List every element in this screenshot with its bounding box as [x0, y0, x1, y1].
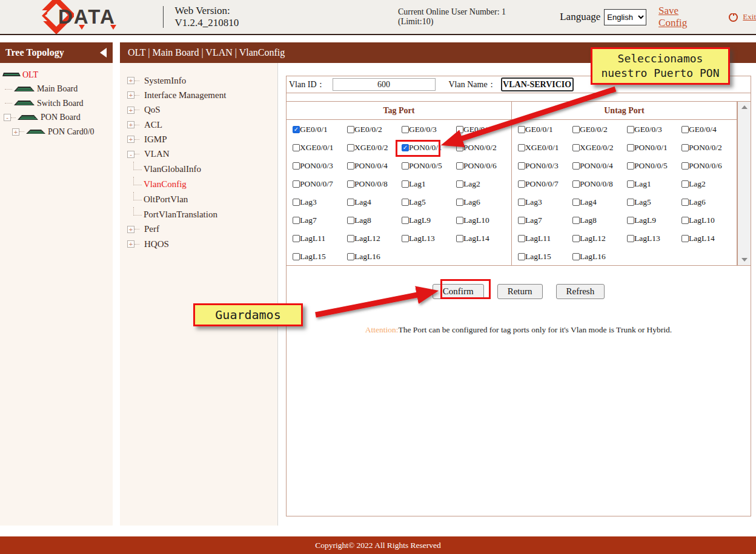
- checkbox-icon[interactable]: [456, 199, 463, 206]
- language-select[interactable]: English: [604, 9, 646, 25]
- tag-port-pon0-0-3[interactable]: PON0/0/3: [293, 161, 347, 171]
- checkbox-icon[interactable]: [456, 126, 463, 133]
- port-table-scrollbar[interactable]: [737, 102, 751, 265]
- untag-port-lag8[interactable]: Lag8: [572, 216, 627, 225]
- refresh-button[interactable]: Refresh: [556, 284, 605, 299]
- checkbox-icon[interactable]: [518, 199, 525, 206]
- tag-port-lagl9[interactable]: LagL9: [402, 216, 456, 225]
- untag-port-lagl9[interactable]: LagL9: [627, 216, 681, 225]
- checkbox-icon[interactable]: [518, 235, 525, 242]
- tag-port-xge0-0-1[interactable]: XGE0/0/1: [293, 143, 347, 153]
- checkbox-icon[interactable]: [627, 162, 634, 170]
- untag-port-lagl14[interactable]: LagL14: [681, 234, 736, 243]
- expand-icon[interactable]: +: [127, 107, 134, 114]
- untag-port-lagl11[interactable]: LagL11: [518, 234, 572, 243]
- untag-port-lagl15[interactable]: LagL15: [518, 252, 572, 262]
- checkbox-icon[interactable]: [347, 126, 354, 133]
- tag-port-pon0-0-1[interactable]: ✓PON0/0/1: [402, 143, 456, 153]
- tag-port-ge0-0-3[interactable]: GE0/0/3: [402, 125, 456, 134]
- untag-port-lag5[interactable]: Lag5: [627, 197, 681, 207]
- checkbox-icon[interactable]: [572, 235, 580, 242]
- save-config-link[interactable]: Save Config: [658, 5, 709, 29]
- untag-port-lagl10[interactable]: LagL10: [681, 216, 736, 225]
- menu-item-perf[interactable]: +Perf: [120, 222, 277, 237]
- untag-port-lag4[interactable]: Lag4: [572, 197, 627, 207]
- checkbox-icon[interactable]: [518, 217, 525, 224]
- untag-port-xge0-0-2[interactable]: XGE0/0/2: [572, 143, 627, 153]
- checkbox-icon[interactable]: [518, 180, 525, 188]
- checkbox-icon[interactable]: [293, 199, 300, 206]
- tag-port-lag6[interactable]: Lag6: [456, 197, 511, 207]
- untag-port-ge0-0-3[interactable]: GE0/0/3: [627, 125, 681, 134]
- collapse-icon[interactable]: -: [4, 114, 11, 121]
- checkbox-icon[interactable]: [681, 180, 689, 188]
- checkbox-icon[interactable]: [402, 199, 409, 206]
- checkbox-icon[interactable]: [293, 217, 300, 224]
- checkbox-icon[interactable]: [572, 126, 580, 133]
- expand-icon[interactable]: +: [127, 91, 134, 99]
- checkbox-icon[interactable]: [681, 126, 689, 133]
- menu-item-hqos[interactable]: +HQOS: [120, 237, 277, 251]
- expand-icon[interactable]: +: [127, 121, 134, 128]
- expand-icon[interactable]: +: [127, 77, 134, 84]
- vlan-name-input[interactable]: [501, 77, 574, 91]
- checkbox-icon[interactable]: [572, 144, 580, 151]
- checkbox-icon[interactable]: [572, 217, 580, 224]
- expand-icon[interactable]: +: [127, 240, 134, 248]
- menu-subitem-vlanglobalinfo[interactable]: VlanGlobalInfo: [120, 162, 277, 177]
- checkbox-icon[interactable]: [402, 126, 409, 133]
- checkbox-icon[interactable]: [572, 199, 580, 206]
- tag-port-lagl15[interactable]: LagL15: [293, 252, 347, 262]
- checkbox-icon[interactable]: [293, 144, 300, 151]
- untag-port-lagl16[interactable]: LagL16: [572, 252, 627, 262]
- checkbox-icon[interactable]: ✓: [293, 126, 300, 133]
- checkbox-icon[interactable]: [681, 217, 689, 224]
- untag-port-lag6[interactable]: Lag6: [681, 197, 736, 207]
- checkbox-icon[interactable]: [347, 253, 354, 260]
- tag-port-lag7[interactable]: Lag7: [293, 216, 347, 225]
- return-button[interactable]: Return: [497, 284, 543, 299]
- checkbox-icon[interactable]: [293, 235, 300, 242]
- untag-port-pon0-0-4[interactable]: PON0/0/4: [572, 161, 627, 171]
- checkbox-icon[interactable]: [347, 144, 354, 151]
- checkbox-icon[interactable]: [347, 199, 354, 206]
- untag-port-pon0-0-6[interactable]: PON0/0/6: [681, 161, 736, 171]
- checkbox-icon[interactable]: [456, 235, 463, 242]
- checkbox-icon[interactable]: [681, 235, 689, 242]
- tag-port-lag4[interactable]: Lag4: [347, 197, 402, 207]
- checkbox-icon[interactable]: [572, 162, 580, 170]
- checkbox-icon[interactable]: [293, 253, 300, 260]
- untag-port-xge0-0-1[interactable]: XGE0/0/1: [518, 143, 572, 153]
- menu-subitem-vlanconfig[interactable]: VlanConfig: [120, 177, 277, 192]
- tag-port-pon0-0-6[interactable]: PON0/0/6: [456, 161, 511, 171]
- tag-port-lagl12[interactable]: LagL12: [347, 234, 402, 243]
- untag-port-pon0-0-1[interactable]: PON0/0/1: [627, 143, 681, 153]
- checkbox-icon[interactable]: [402, 217, 409, 224]
- untag-port-pon0-0-5[interactable]: PON0/0/5: [627, 161, 681, 171]
- untag-port-lagl12[interactable]: LagL12: [572, 234, 627, 243]
- untag-port-ge0-0-1[interactable]: GE0/0/1: [518, 125, 572, 134]
- checkbox-icon[interactable]: [681, 199, 689, 206]
- tag-port-lagl10[interactable]: LagL10: [456, 216, 511, 225]
- untag-port-lag2[interactable]: Lag2: [681, 179, 736, 189]
- checkbox-icon[interactable]: [293, 162, 300, 170]
- tag-port-pon0-0-8[interactable]: PON0/0/8: [347, 179, 402, 189]
- scroll-up-icon[interactable]: [741, 105, 748, 109]
- checkbox-icon[interactable]: ✓: [402, 144, 409, 151]
- checkbox-icon[interactable]: [518, 126, 525, 133]
- untag-port-lag3[interactable]: Lag3: [518, 197, 572, 207]
- checkbox-icon[interactable]: [402, 162, 409, 170]
- confirm-button[interactable]: Confirm: [433, 284, 484, 299]
- tag-port-lagl14[interactable]: LagL14: [456, 234, 511, 243]
- untag-port-ge0-0-2[interactable]: GE0/0/2: [572, 125, 627, 134]
- exit-link[interactable]: Exit: [743, 12, 756, 22]
- sidebar-collapse-icon[interactable]: [100, 48, 107, 58]
- expand-icon[interactable]: +: [12, 128, 19, 136]
- menu-item-qos[interactable]: +QoS: [120, 103, 277, 117]
- checkbox-icon[interactable]: [627, 180, 634, 188]
- checkbox-icon[interactable]: [347, 217, 354, 224]
- tag-port-ge0-0-4[interactable]: GE0/0/4: [456, 125, 511, 134]
- menu-item-igmp[interactable]: +IGMP: [120, 132, 277, 147]
- untag-port-pon0-0-3[interactable]: PON0/0/3: [518, 161, 572, 171]
- checkbox-icon[interactable]: [627, 199, 634, 206]
